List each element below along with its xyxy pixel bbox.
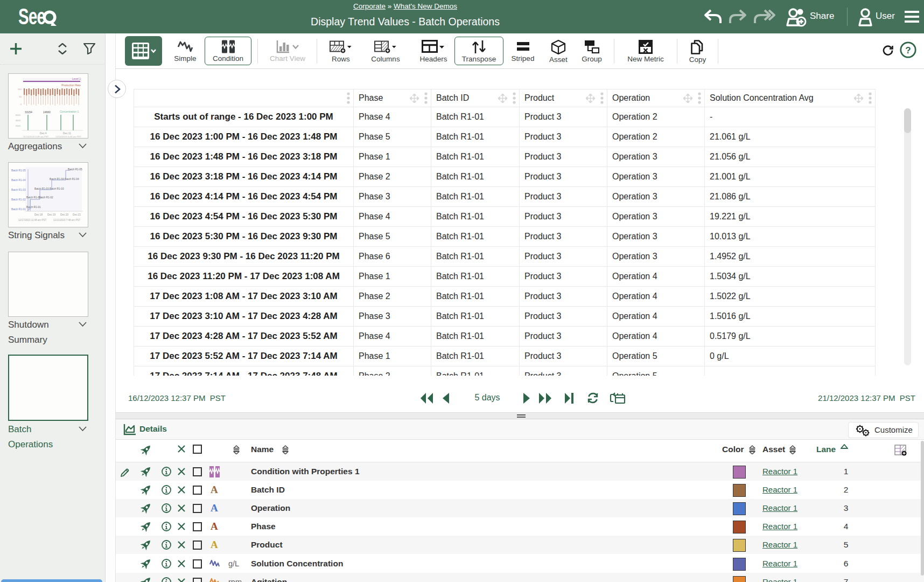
svg-text:50: 50 (19, 95, 22, 98)
svg-text:Batch R1-02: Batch R1-02 (11, 198, 26, 201)
svg-text:Dec 18: Dec 18 (34, 213, 43, 216)
svg-text:0: 0 (20, 103, 22, 106)
svg-text:Level 1: Level 1 (72, 77, 81, 80)
svg-text:2000: 2000 (16, 124, 21, 127)
svg-text:100: 100 (18, 88, 22, 91)
svg-text:4000: 4000 (16, 119, 21, 122)
svg-text:11/14/2023 6:49 am PST: 11/14/2023 6:49 am PST (23, 135, 49, 138)
svg-text:Dec 11: Dec 11 (63, 132, 71, 135)
svg-text:Dec 21: Dec 21 (73, 213, 81, 216)
svg-text:12/14/2023 6:49 am PST: 12/14/2023 6:49 am PST (55, 135, 81, 138)
svg-text:Dec 20: Dec 20 (60, 213, 69, 216)
svg-text:Dec 4: Dec 4 (40, 132, 47, 135)
svg-text:?: ? (905, 45, 911, 56)
svg-text:33154: 33154 (25, 110, 32, 114)
svg-text:Batch R1-02: Batch R1-02 (39, 196, 53, 199)
svg-text:Production Rate: Production Rate (61, 84, 81, 87)
svg-text:Batch R1-05: Batch R1-05 (11, 169, 26, 172)
svg-text:Batch R1-01: Batch R1-01 (26, 206, 41, 209)
svg-text:12/21/2023 7:48 am PST: 12/21/2023 7:48 am PST (53, 219, 80, 221)
svg-text:Batch R1-04: Batch R1-04 (11, 179, 26, 182)
svg-text:6000: 6000 (16, 114, 21, 116)
svg-text:Batch R1-05: Batch R1-05 (68, 168, 82, 171)
svg-text:Batch R1-03: Batch R1-03 (11, 189, 26, 191)
svg-text:12/17/2023 11:48 am PST: 12/17/2023 11:48 am PST (18, 219, 46, 221)
svg-text:Batch R1-04: Batch R1-04 (65, 178, 79, 181)
svg-text:14660: 14660 (43, 110, 51, 114)
svg-text:Batch R1-01: Batch R1-01 (11, 208, 26, 211)
svg-text:Dec 19: Dec 19 (47, 213, 56, 216)
svg-text:Concentration 1: Concentration 1 (60, 110, 79, 113)
